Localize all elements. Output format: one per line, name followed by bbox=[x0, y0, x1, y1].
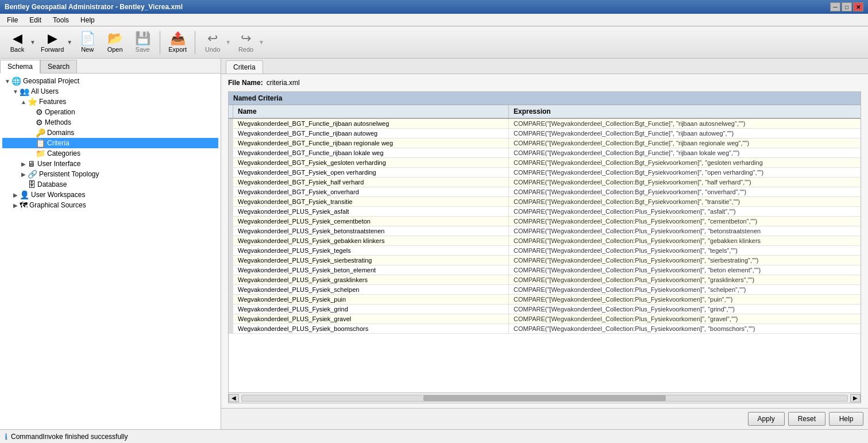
save-button[interactable]: 💾 Save bbox=[130, 29, 155, 56]
table-row[interactable]: Wegvakonderdeel_PLUS_Fysiek_sierbestrati… bbox=[229, 256, 861, 265]
header-marker bbox=[229, 105, 233, 118]
cell-name: Wegvakonderdeel_BGT_Fysiek_gesloten verh… bbox=[233, 158, 509, 167]
table-row[interactable]: Wegvakonderdeel_PLUS_Fysiek_puinCOMPARE(… bbox=[229, 295, 861, 305]
tree-toggle-geospatial-project[interactable]: ▼ bbox=[3, 78, 11, 84]
row-marker bbox=[229, 187, 233, 197]
table-row[interactable]: Wegvakonderdeel_PLUS_Fysiek_betonstraats… bbox=[229, 226, 861, 236]
criteria-table-body[interactable]: Wegvakonderdeel_BGT_Functie_rijbaan auto… bbox=[229, 119, 861, 392]
tree-toggle-graphical-sources[interactable]: ▶ bbox=[11, 202, 20, 209]
cell-name: Wegvakonderdeel_PLUS_Fysiek_puin bbox=[233, 295, 509, 304]
title-bar: Bentley Geospatial Administrator - Bentl… bbox=[0, 0, 868, 14]
table-row[interactable]: Wegvakonderdeel_PLUS_Fysiek_boomschorsCO… bbox=[229, 324, 861, 334]
table-row[interactable]: Wegvakonderdeel_BGT_Fysiek_gesloten verh… bbox=[229, 158, 861, 168]
h-scroll-bar[interactable] bbox=[241, 395, 848, 402]
col-header-expression: Expression bbox=[509, 105, 861, 118]
menu-file[interactable]: File bbox=[2, 15, 22, 25]
help-button[interactable]: Help bbox=[829, 412, 863, 426]
tree-node-all-users[interactable]: ▼👥All Users bbox=[2, 86, 218, 97]
table-row[interactable]: Wegvakonderdeel_PLUS_Fysiek_beton_elemen… bbox=[229, 265, 861, 275]
open-button[interactable]: 📂 Open bbox=[102, 29, 128, 56]
cell-name: Wegvakonderdeel_PLUS_Fysiek_tegels bbox=[233, 246, 509, 255]
menu-tools[interactable]: Tools bbox=[48, 15, 74, 25]
menu-help[interactable]: Help bbox=[76, 15, 99, 25]
forward-dropdown-icon[interactable]: ▼ bbox=[67, 39, 72, 45]
table-row[interactable]: Wegvakonderdeel_PLUS_Fysiek_grasklinkers… bbox=[229, 275, 861, 285]
cell-expression: COMPARE("[Wegvakonderdeel_Collection:Bgt… bbox=[509, 158, 861, 167]
back-button[interactable]: ◀ Back bbox=[5, 29, 30, 56]
main-content: Schema Search ▼🌐Geospatial Project▼👥All … bbox=[0, 59, 868, 429]
col-header-name: Name bbox=[233, 105, 509, 118]
tree-node-features[interactable]: ▲⭐Features bbox=[2, 97, 218, 107]
file-name-row: File Name: criteria.xml bbox=[228, 79, 861, 87]
apply-button[interactable]: Apply bbox=[748, 412, 785, 426]
tree-toggle-user-workspaces[interactable]: ▶ bbox=[11, 192, 20, 198]
open-label: Open bbox=[107, 46, 123, 53]
tree-node-operation[interactable]: ⚙Operation bbox=[2, 107, 218, 117]
table-row[interactable]: Wegvakonderdeel_PLUS_Fysiek_asfaltCOMPAR… bbox=[229, 207, 861, 217]
tree-node-criteria[interactable]: 📋Criteria bbox=[2, 138, 218, 148]
tree-node-geospatial-project[interactable]: ▼🌐Geospatial Project bbox=[2, 76, 218, 86]
maximize-button[interactable]: □ bbox=[842, 2, 852, 11]
cell-expression: COMPARE("[Wegvakonderdeel_Collection:Plu… bbox=[509, 217, 861, 226]
redo-button[interactable]: ↪ Redo bbox=[233, 29, 259, 56]
cell-expression: COMPARE("[Wegvakonderdeel_Collection:Plu… bbox=[509, 285, 861, 294]
right-panel: Criteria File Name: criteria.xml Named C… bbox=[221, 59, 868, 429]
table-row[interactable]: Wegvakonderdeel_BGT_Fysiek_half verhardC… bbox=[229, 178, 861, 187]
close-button[interactable]: ✕ bbox=[853, 2, 863, 11]
undo-button[interactable]: ↩ Undo bbox=[200, 29, 225, 56]
table-row[interactable]: Wegvakonderdeel_BGT_Fysiek_onverhardCOMP… bbox=[229, 187, 861, 197]
cell-expression: COMPARE("[Wegvakonderdeel_Collection:Plu… bbox=[509, 236, 861, 245]
tree-label-criteria: Criteria bbox=[47, 139, 70, 147]
tab-search[interactable]: Search bbox=[40, 60, 77, 73]
table-row[interactable]: Wegvakonderdeel_BGT_Functie_rijbaan auto… bbox=[229, 129, 861, 138]
back-dropdown-icon[interactable]: ▼ bbox=[30, 39, 36, 45]
table-row[interactable]: Wegvakonderdeel_BGT_Fysiek_open verhardi… bbox=[229, 168, 861, 178]
tree-label-graphical-sources: Graphical Sources bbox=[29, 201, 86, 209]
export-button[interactable]: 📤 Export bbox=[165, 29, 190, 56]
table-row[interactable]: Wegvakonderdeel_PLUS_Fysiek_schelpenCOMP… bbox=[229, 285, 861, 295]
row-marker bbox=[229, 285, 233, 294]
undo-dropdown-icon[interactable]: ▼ bbox=[225, 39, 231, 45]
redo-dropdown-icon[interactable]: ▼ bbox=[259, 39, 264, 45]
tree-node-database[interactable]: 🗄Database bbox=[2, 179, 218, 190]
row-marker bbox=[229, 226, 233, 236]
tree-node-user-workspaces[interactable]: ▶👤User Workspaces bbox=[2, 190, 218, 200]
h-scroll-left-btn[interactable]: ◀ bbox=[229, 394, 239, 402]
cell-expression: COMPARE("[Wegvakonderdeel_Collection:Bgt… bbox=[509, 187, 861, 197]
cell-name: Wegvakonderdeel_PLUS_Fysiek_grasklinkers bbox=[233, 275, 509, 284]
table-row[interactable]: Wegvakonderdeel_BGT_Fysiek_transitieCOMP… bbox=[229, 197, 861, 207]
tree-node-categories[interactable]: 📁Categories bbox=[2, 148, 218, 159]
h-scroll-thumb[interactable] bbox=[423, 395, 666, 401]
tree-node-user-interface[interactable]: ▶🖥User Interface bbox=[2, 159, 218, 169]
new-button[interactable]: 📄 New bbox=[75, 29, 100, 56]
row-marker bbox=[229, 119, 233, 128]
table-row[interactable]: Wegvakonderdeel_BGT_Functie_rijbaan auto… bbox=[229, 119, 861, 129]
table-row[interactable]: Wegvakonderdeel_PLUS_Fysiek_cementbetonC… bbox=[229, 217, 861, 226]
tree-toggle-user-interface[interactable]: ▶ bbox=[20, 161, 28, 167]
table-row[interactable]: Wegvakonderdeel_PLUS_Fysiek_tegelsCOMPAR… bbox=[229, 246, 861, 256]
tree-toggle-persistent-topology[interactable]: ▶ bbox=[20, 171, 28, 178]
reset-button[interactable]: Reset bbox=[788, 412, 825, 426]
tree-toggle-features[interactable]: ▲ bbox=[20, 99, 28, 105]
minimize-button[interactable]: ─ bbox=[830, 2, 840, 11]
table-row[interactable]: Wegvakonderdeel_PLUS_Fysiek_gebakken kli… bbox=[229, 236, 861, 246]
table-row[interactable]: Wegvakonderdeel_PLUS_Fysiek_gravelCOMPAR… bbox=[229, 314, 861, 324]
menu-edit[interactable]: Edit bbox=[25, 15, 46, 25]
cell-expression: COMPARE("[Wegvakonderdeel_Collection:Bgt… bbox=[509, 119, 861, 128]
tab-criteria[interactable]: Criteria bbox=[226, 60, 263, 74]
table-row[interactable]: Wegvakonderdeel_BGT_Functie_rijbaan loka… bbox=[229, 148, 861, 158]
cell-expression: COMPARE("[Wegvakonderdeel_Collection:Plu… bbox=[509, 324, 861, 333]
row-marker bbox=[229, 138, 233, 148]
table-row[interactable]: Wegvakonderdeel_PLUS_Fysiek_grindCOMPARE… bbox=[229, 305, 861, 314]
h-scroll-right-btn[interactable]: ▶ bbox=[850, 394, 861, 402]
tree-toggle-all-users[interactable]: ▼ bbox=[11, 88, 20, 95]
tree-node-persistent-topology[interactable]: ▶🔗Persistent Topology bbox=[2, 169, 218, 179]
tree-node-methods[interactable]: ⚙Methods bbox=[2, 117, 218, 128]
forward-button[interactable]: ▶ Forward bbox=[38, 29, 67, 56]
table-row[interactable]: Wegvakonderdeel_BGT_Functie_rijbaan regi… bbox=[229, 138, 861, 148]
tree-node-graphical-sources[interactable]: ▶🗺Graphical Sources bbox=[2, 200, 218, 210]
cell-name: Wegvakonderdeel_PLUS_Fysiek_gravel bbox=[233, 314, 509, 323]
tab-schema[interactable]: Schema bbox=[0, 60, 40, 74]
tree-node-domains[interactable]: 🔑Domains bbox=[2, 128, 218, 138]
h-scroll-area[interactable]: ◀ ▶ bbox=[229, 392, 861, 403]
